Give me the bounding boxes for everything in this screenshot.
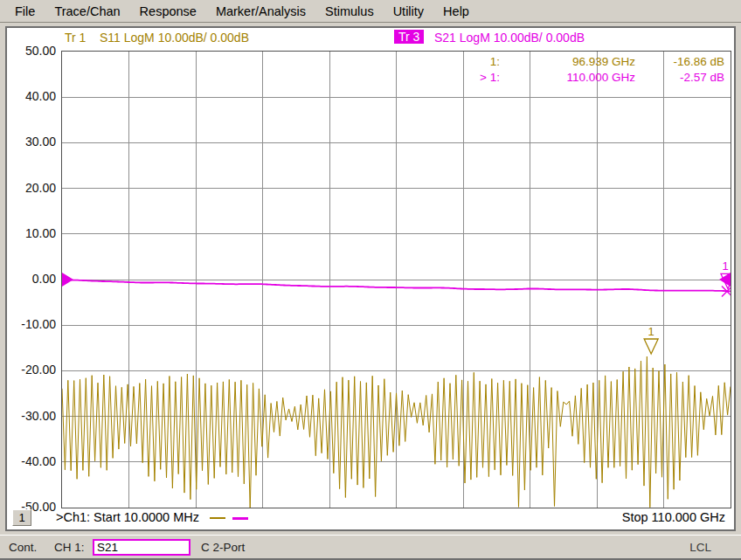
channel-label: CH 1: xyxy=(54,541,85,554)
y-tick-neg20: -20.00 xyxy=(7,363,56,377)
menu-marker-analysis[interactable]: Marker/Analysis xyxy=(206,4,315,18)
y-tick-40: 40.00 xyxy=(7,89,56,104)
trace3-label[interactable]: Tr 3 xyxy=(394,30,424,44)
menu-trace-chan[interactable]: Trace/Chan xyxy=(45,4,129,18)
marker1-s21-number: > 1: xyxy=(454,70,500,86)
trace3-detail: S21 LogM 10.00dB/ 0.00dB xyxy=(434,31,585,45)
start-frequency-label: >Ch1: Start 10.0000 MHz xyxy=(56,510,248,524)
menu-bar: File Trace/Chan Response Marker/Analysis… xyxy=(0,0,741,23)
marker1-s11-freq: 96.939 GHz xyxy=(500,54,635,70)
plot-area: 11 xyxy=(61,51,731,508)
marker-readout: 1: 96.939 GHz -16.86 dB > 1: 110.000 GHz… xyxy=(454,54,724,86)
status-bar: Cont. CH 1: S21 C 2-Port LCL xyxy=(0,535,741,560)
trace-header: Tr 1 S11 LogM 10.00dB/ 0.00dB Tr 3 S21 L… xyxy=(7,31,734,47)
menu-help[interactable]: Help xyxy=(433,4,479,18)
stop-frequency-label: Stop 110.000 GHz xyxy=(622,510,725,524)
sweep-mode-label: Cont. xyxy=(9,541,37,554)
trace1-color-dash xyxy=(210,517,225,519)
trace1-detail: S11 LogM 10.00dB/ 0.00dB xyxy=(100,31,249,45)
y-tick-30: 30.00 xyxy=(7,135,56,149)
marker1-s21-freq: 110.000 GHz xyxy=(500,70,635,86)
y-tick-50: 50.00 xyxy=(7,44,56,59)
y-tick-10: 10.00 xyxy=(7,226,56,241)
local-remote-label: LCL xyxy=(689,541,711,554)
y-tick-neg10: -10.00 xyxy=(7,317,56,332)
y-tick-neg30: -30.00 xyxy=(7,409,56,424)
stimulus-scale-row: 1 >Ch1: Start 10.0000 MHz Stop 110.000 G… xyxy=(7,508,734,529)
instrument-display: Tr 1 S11 LogM 10.00dB/ 0.00dB Tr 3 S21 L… xyxy=(5,26,736,531)
menu-file[interactable]: File xyxy=(5,4,45,18)
plot-svg: 11 xyxy=(62,52,731,508)
cal-status-label: C 2-Port xyxy=(201,541,245,554)
trace3-color-dash xyxy=(232,517,248,520)
menu-stimulus[interactable]: Stimulus xyxy=(315,4,384,18)
menu-utility[interactable]: Utility xyxy=(384,4,433,18)
marker1-s11-row: 1: 96.939 GHz -16.86 dB xyxy=(454,54,724,70)
menu-response[interactable]: Response xyxy=(130,4,206,18)
marker1-s21-level: -2.57 dB xyxy=(635,70,724,86)
y-tick-20: 20.00 xyxy=(7,181,56,196)
measurement-box[interactable]: S21 xyxy=(93,539,190,556)
svg-text:1: 1 xyxy=(648,325,654,338)
marker1-s11-number: 1: xyxy=(454,54,500,70)
trace1-label[interactable]: Tr 1 xyxy=(65,31,86,45)
marker1-s11-level: -16.86 dB xyxy=(635,54,724,70)
y-tick-neg40: -40.00 xyxy=(7,454,56,469)
marker1-s21-row: > 1: 110.000 GHz -2.57 dB xyxy=(454,70,724,86)
channel1-button[interactable]: 1 xyxy=(12,509,31,526)
y-tick-0: 0.00 xyxy=(7,272,56,287)
svg-text:1: 1 xyxy=(722,259,728,273)
